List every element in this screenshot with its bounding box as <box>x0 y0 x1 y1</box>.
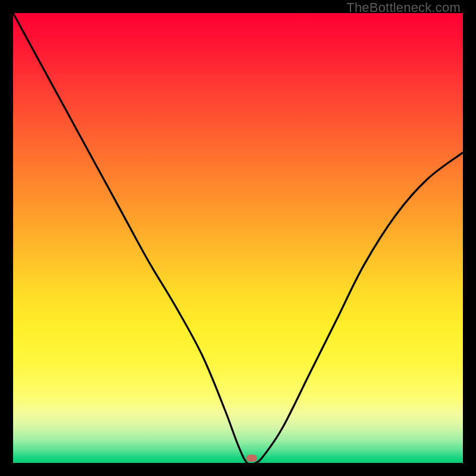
curve-layer <box>13 13 463 463</box>
bottleneck-chart: TheBottleneck.com <box>0 0 476 476</box>
bottleneck-curve-path <box>13 13 463 465</box>
minimum-marker <box>246 455 257 462</box>
watermark-text: TheBottleneck.com <box>346 0 461 15</box>
plot-area <box>13 13 463 463</box>
